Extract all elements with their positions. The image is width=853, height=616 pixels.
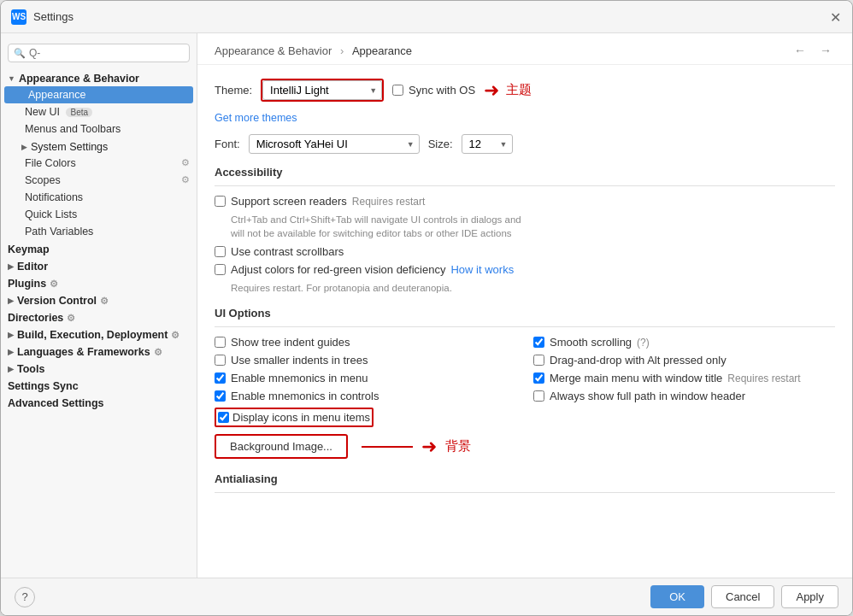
- sidebar-item-keymap[interactable]: Keymap: [1, 240, 197, 257]
- breadcrumb-current: Appearance: [352, 44, 412, 57]
- sidebar-item-build-execution[interactable]: ▶ Build, Execution, Deployment ⚙: [1, 326, 197, 343]
- font-select-wrapper: Microsoft YaHei UI Arial Segoe UI: [249, 134, 420, 154]
- display-icons-checkbox[interactable]: [218, 412, 229, 423]
- sidebar-item-version-control[interactable]: ▶ Version Control ⚙: [1, 291, 197, 308]
- back-arrow[interactable]: ←: [791, 42, 809, 59]
- contrast-scrollbars-row: Use contrast scrollbars: [215, 245, 835, 258]
- sidebar-item-path-variables[interactable]: Path Variables: [1, 223, 197, 240]
- cancel-button[interactable]: Cancel: [711, 585, 774, 608]
- nav-arrows: ← →: [791, 42, 835, 59]
- settings-icon: ⚙: [181, 157, 190, 168]
- apply-button[interactable]: Apply: [781, 585, 838, 608]
- font-select[interactable]: Microsoft YaHei UI Arial Segoe UI: [249, 134, 420, 154]
- always-show-path-checkbox[interactable]: [533, 390, 544, 402]
- sync-with-os-label[interactable]: Sync with OS: [409, 84, 475, 97]
- contrast-scrollbars-label[interactable]: Use contrast scrollbars: [231, 245, 344, 258]
- enable-mnemonics-menu-checkbox[interactable]: [215, 373, 226, 384]
- enable-mnemonics-controls-checkbox[interactable]: [215, 390, 226, 402]
- screen-readers-subtext: Ctrl+Tab and Ctrl+Shift+Tab will navigat…: [215, 213, 835, 240]
- settings-icon: ⚙: [181, 174, 190, 185]
- smaller-indents-checkbox[interactable]: [215, 355, 226, 366]
- sidebar: 🔍 ▼ Appearance & Behavior Appearance New…: [1, 33, 197, 578]
- merge-requires-restart: Requires restart: [727, 373, 800, 384]
- sidebar-item-languages-frameworks[interactable]: ▶ Languages & Frameworks ⚙: [1, 343, 197, 360]
- sidebar-item-menus-toolbars[interactable]: Menus and Toolbars: [1, 120, 197, 138]
- accessibility-title: Accessibility: [215, 166, 835, 179]
- settings-icon: ⚙: [154, 347, 162, 358]
- adjust-colors-row: Adjust colors for red-green vision defic…: [215, 263, 835, 276]
- background-image-button[interactable]: Background Image...: [215, 434, 348, 459]
- sidebar-item-quick-lists[interactable]: Quick Lists: [1, 206, 197, 223]
- forward-arrow[interactable]: →: [816, 42, 835, 59]
- accessibility-divider: [215, 185, 835, 186]
- show-tree-indent-label[interactable]: Show tree indent guides: [231, 336, 350, 349]
- sidebar-item-appearance[interactable]: Appearance: [4, 86, 193, 103]
- caret-icon: ▶: [8, 331, 14, 339]
- bottom-bar: ? OK Cancel Apply: [1, 578, 852, 615]
- caret-icon: ▶: [21, 143, 27, 151]
- sidebar-item-tools[interactable]: ▶ Tools: [1, 360, 197, 377]
- drag-drop-checkbox[interactable]: [533, 355, 544, 366]
- how-it-works-link[interactable]: How it works: [450, 263, 514, 276]
- merge-main-menu-checkbox[interactable]: [533, 373, 544, 384]
- contrast-scrollbars-checkbox[interactable]: [215, 246, 226, 257]
- title-bar-left: WS Settings: [11, 9, 74, 25]
- sidebar-item-system-settings[interactable]: ▶ System Settings: [1, 138, 197, 155]
- settings-icon: ⚙: [67, 313, 75, 324]
- antialiasing-divider: [215, 492, 835, 493]
- theme-chinese-label: 主题: [506, 82, 532, 98]
- display-icons-label[interactable]: Display icons in menu items: [229, 411, 370, 424]
- settings-icon: ⚙: [50, 279, 58, 290]
- search-box[interactable]: 🔍: [8, 44, 190, 62]
- search-input[interactable]: [29, 47, 184, 59]
- show-tree-indent-row: Show tree indent guides: [215, 336, 516, 349]
- enable-mnemonics-menu-label[interactable]: Enable mnemonics in menu: [231, 372, 368, 384]
- ok-button[interactable]: OK: [650, 585, 704, 608]
- settings-window: WS Settings ✕ 🔍 ▼ Appearance & Behavior …: [0, 0, 853, 616]
- adjust-colors-label[interactable]: Adjust colors for red-green vision defic…: [231, 263, 445, 276]
- support-screen-readers-checkbox[interactable]: [215, 196, 226, 207]
- sidebar-item-scopes[interactable]: Scopes ⚙: [1, 172, 197, 189]
- show-tree-indent-checkbox[interactable]: [215, 337, 226, 348]
- ui-options-right: Smooth scrolling (?) Drag-and-drop with …: [533, 336, 835, 427]
- adjust-colors-checkbox[interactable]: [215, 264, 226, 275]
- sidebar-item-plugins[interactable]: Plugins ⚙: [1, 274, 197, 291]
- smooth-scrolling-row: Smooth scrolling (?): [533, 336, 835, 349]
- window-title: Settings: [33, 10, 74, 23]
- smaller-indents-label[interactable]: Use smaller indents in trees: [231, 354, 368, 367]
- support-screen-readers-row: Support screen readers Requires restart: [215, 195, 835, 208]
- smooth-scrolling-help[interactable]: (?): [637, 337, 650, 349]
- sidebar-item-new-ui[interactable]: New UI Beta: [1, 103, 197, 120]
- bg-chinese-label: 背景: [445, 438, 471, 455]
- enable-mnemonics-controls-row: Enable mnemonics in controls: [215, 390, 516, 402]
- sidebar-item-notifications[interactable]: Notifications: [1, 189, 197, 206]
- bg-arrow-head: ➜: [421, 436, 437, 458]
- sidebar-item-appearance-behavior[interactable]: ▼ Appearance & Behavior: [1, 69, 197, 86]
- sidebar-item-directories[interactable]: Directories ⚙: [1, 308, 197, 326]
- caret-icon: ▶: [8, 365, 14, 373]
- font-label: Font:: [215, 138, 240, 150]
- help-button[interactable]: ?: [15, 587, 35, 607]
- main-panel: Appearance & Behavior › Appearance ← → T…: [197, 33, 852, 578]
- caret-icon: ▶: [8, 262, 14, 271]
- background-image-row: Background Image... ➜ 背景: [215, 434, 835, 459]
- always-show-path-label[interactable]: Always show full path in window header: [550, 390, 745, 402]
- sync-with-os-checkbox[interactable]: [392, 85, 403, 96]
- merge-main-menu-label[interactable]: Merge main menu with window title: [550, 372, 722, 384]
- close-button[interactable]: ✕: [830, 11, 842, 23]
- enable-mnemonics-controls-label[interactable]: Enable mnemonics in controls: [231, 390, 379, 402]
- sidebar-item-file-colors[interactable]: File Colors ⚙: [1, 155, 197, 172]
- get-more-themes-link[interactable]: Get more themes: [215, 112, 835, 124]
- smooth-scrolling-checkbox[interactable]: [533, 337, 544, 348]
- sidebar-item-settings-sync[interactable]: Settings Sync: [1, 377, 197, 394]
- sidebar-item-editor[interactable]: ▶ Editor: [1, 257, 197, 274]
- caret-icon: ▼: [8, 74, 15, 83]
- size-select[interactable]: 12 10 11 13 14: [462, 134, 513, 154]
- smooth-scrolling-label[interactable]: Smooth scrolling: [550, 336, 632, 349]
- display-icons-row: Display icons in menu items: [215, 408, 516, 427]
- sidebar-item-advanced-settings[interactable]: Advanced Settings: [1, 394, 197, 411]
- theme-select[interactable]: IntelliJ Light Darcula High Contrast: [262, 80, 382, 100]
- ui-options-left: Show tree indent guides Use smaller inde…: [215, 336, 516, 427]
- support-screen-readers-label[interactable]: Support screen readers: [231, 195, 347, 208]
- drag-drop-label[interactable]: Drag-and-drop with Alt pressed only: [550, 354, 727, 367]
